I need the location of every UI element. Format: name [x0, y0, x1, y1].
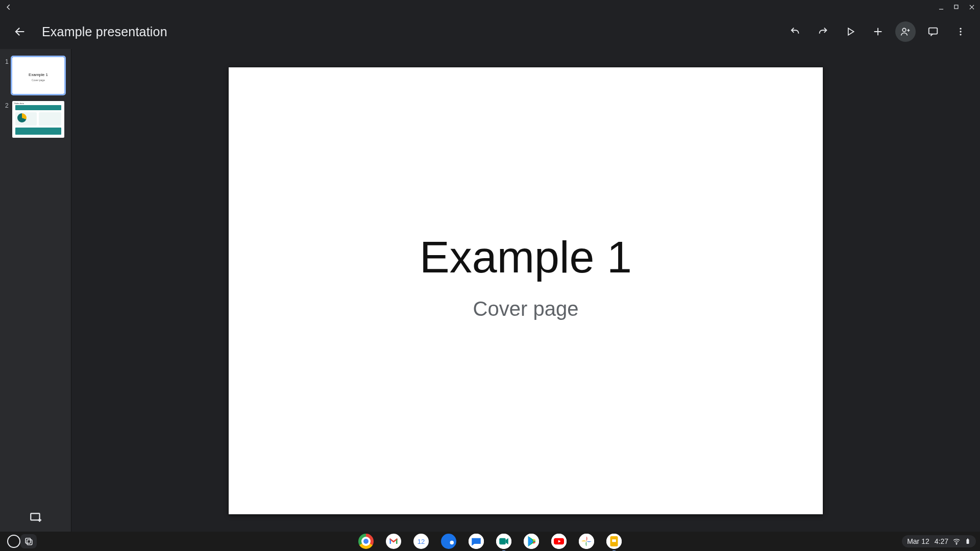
slide-number: 2 [5, 101, 12, 138]
status-tray[interactable]: Mar 12 4:27 [902, 535, 976, 547]
back-button[interactable] [11, 22, 30, 41]
svg-rect-2 [929, 28, 938, 34]
svg-rect-19 [27, 540, 32, 545]
svg-rect-0 [954, 5, 958, 9]
slides-icon[interactable] [606, 534, 622, 549]
os-shelf: 12 Mar 12 4:27 [0, 532, 980, 551]
browser-back-icon[interactable] [5, 4, 12, 11]
add-button[interactable] [868, 21, 888, 42]
redo-button[interactable] [813, 21, 833, 42]
status-date: Mar 12 [907, 537, 929, 545]
new-slide-button[interactable] [0, 507, 71, 528]
battery-icon [965, 537, 971, 545]
notifications-button[interactable] [20, 534, 37, 548]
slide-thumbnail-panel: 1 Example 1 Cover page 2 Sales data [0, 49, 71, 532]
youtube-icon[interactable] [551, 534, 567, 549]
wifi-icon [952, 537, 961, 545]
slide-canvas[interactable]: Example 1 Cover page [71, 49, 980, 532]
presentation-title[interactable]: Example presentation [42, 24, 167, 39]
gmail-icon[interactable] [386, 534, 401, 549]
calendar-icon[interactable]: 12 [413, 534, 429, 549]
svg-point-1 [902, 28, 906, 32]
svg-rect-22 [967, 539, 968, 540]
slide-thumbnail-1[interactable]: Example 1 Cover page [12, 57, 64, 94]
current-slide[interactable]: Example 1 Cover page [229, 67, 823, 514]
messages-icon[interactable] [469, 534, 484, 549]
svg-rect-21 [967, 539, 969, 544]
slide-number: 1 [5, 57, 12, 94]
slide-subtitle[interactable]: Cover page [473, 297, 579, 320]
svg-rect-10 [499, 538, 506, 545]
window-maximize-icon[interactable] [951, 2, 962, 12]
slide-title[interactable]: Example 1 [420, 231, 632, 283]
svg-point-20 [956, 544, 957, 544]
status-time: 4:27 [935, 537, 948, 545]
meet-icon[interactable] [496, 534, 511, 549]
files-icon[interactable] [441, 534, 456, 549]
window-minimize-icon[interactable] [936, 2, 946, 12]
svg-rect-17 [612, 539, 616, 542]
photos-icon[interactable] [579, 534, 594, 549]
more-options-button[interactable] [950, 21, 971, 42]
window-close-icon[interactable] [967, 2, 977, 12]
svg-point-4 [960, 31, 961, 32]
svg-point-5 [960, 34, 961, 35]
comments-button[interactable] [923, 21, 943, 42]
share-button[interactable] [895, 21, 916, 42]
slide-thumbnail-2[interactable]: Sales data [12, 101, 64, 138]
app-header: Example presentation [0, 14, 980, 49]
play-store-icon[interactable] [524, 534, 539, 549]
launcher-button[interactable] [7, 535, 20, 548]
present-button[interactable] [840, 21, 861, 42]
svg-rect-18 [26, 538, 31, 543]
chrome-icon[interactable] [358, 534, 374, 549]
svg-rect-6 [31, 513, 39, 520]
undo-button[interactable] [785, 21, 805, 42]
svg-point-7 [450, 541, 454, 545]
svg-point-3 [960, 28, 961, 30]
